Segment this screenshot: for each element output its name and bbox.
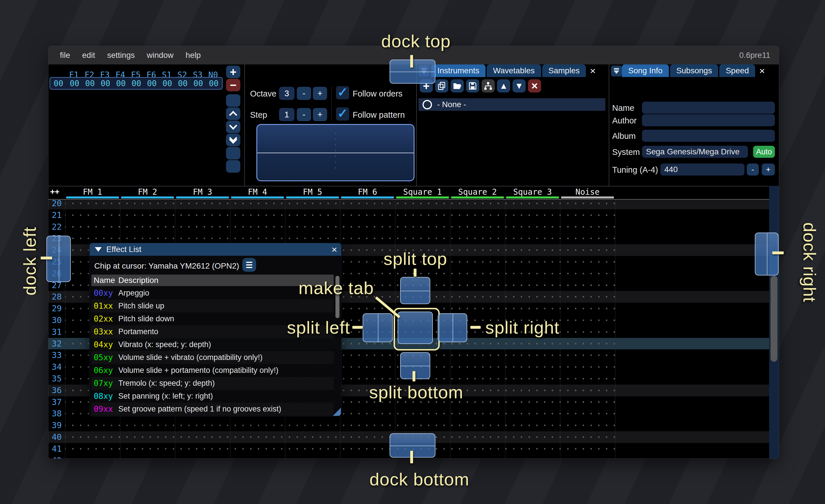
split-top-target[interactable] <box>400 277 430 304</box>
order-cell[interactable]: 00 <box>67 79 82 88</box>
channel-header-fm-4[interactable]: FM 4 <box>230 186 285 199</box>
instrument-list-item[interactable]: - None - <box>419 98 605 111</box>
row-cells[interactable] <box>65 209 616 221</box>
row-cells[interactable] <box>65 455 616 458</box>
remove-order-button[interactable]: − <box>226 79 240 91</box>
effect-row[interactable]: 08xySet panning (x: left; y: right) <box>91 390 334 403</box>
order-cell[interactable]: 00 <box>113 79 129 88</box>
step-value[interactable]: 1 <box>279 108 295 121</box>
effect-row[interactable]: 07xyTremolo (x: speed; y: depth) <box>91 377 334 390</box>
close-icon[interactable]: × <box>587 65 598 77</box>
order-row[interactable]: 0000000000000000000000 <box>50 77 223 90</box>
channel-header-square-1[interactable]: Square 1 <box>395 186 450 199</box>
tuning-plus-button[interactable]: + <box>762 164 775 176</box>
row-number: 39 <box>49 420 65 431</box>
add-channel-button[interactable]: ++ <box>50 187 60 196</box>
channel-header-noise[interactable]: Noise <box>560 186 615 199</box>
effect-row[interactable]: 05xyVolume slide + vibrato (compatibilit… <box>91 351 334 364</box>
deep-clone-button[interactable] <box>226 147 240 160</box>
octave-plus-button[interactable]: + <box>313 87 327 100</box>
duplicate-to-end-button[interactable] <box>226 134 240 146</box>
order-cell[interactable]: 00 <box>175 79 191 88</box>
asset-tab-wavetables[interactable]: Wavetables <box>487 65 541 77</box>
duplicate-order-button[interactable] <box>226 94 240 107</box>
step-minus-button[interactable]: - <box>297 108 311 121</box>
close-icon[interactable]: × <box>331 244 337 255</box>
move-instrument-up-button[interactable]: ▲ <box>497 79 510 92</box>
order-cell[interactable]: 00 <box>82 79 98 88</box>
window-list-icon[interactable] <box>611 66 622 76</box>
channel-header-square-2[interactable]: Square 2 <box>450 186 505 199</box>
order-cell[interactable]: 00 <box>129 79 144 88</box>
order-cell[interactable]: 00 <box>144 79 160 88</box>
organize-instruments-button[interactable] <box>481 79 495 92</box>
effect-row[interactable]: 00xyArpeggio <box>91 287 334 300</box>
dock-divider <box>453 314 453 342</box>
effect-row[interactable]: 06xyVolume slide + portamento (compatibi… <box>91 364 334 377</box>
order-cell[interactable]: 00 <box>206 79 221 88</box>
channel-header-fm-2[interactable]: FM 2 <box>120 186 175 199</box>
row-cells[interactable] <box>65 431 616 443</box>
effect-row[interactable]: 09xxSet groove pattern (speed 1 if no gr… <box>91 403 334 416</box>
menu-help[interactable]: help <box>181 49 205 62</box>
menu-settings[interactable]: settings <box>103 49 139 62</box>
effect-row[interactable]: 01xxPitch slide up <box>91 300 334 313</box>
album-field[interactable] <box>642 130 775 142</box>
scrollbar-thumb[interactable] <box>770 276 777 362</box>
open-instrument-button[interactable] <box>451 79 464 92</box>
collapse-icon[interactable] <box>95 247 102 252</box>
make-tab-target[interactable] <box>398 312 433 344</box>
menu-window[interactable]: window <box>143 49 177 62</box>
resize-grip-icon[interactable] <box>333 408 341 416</box>
move-order-down-button[interactable] <box>226 120 240 133</box>
row-cells[interactable] <box>65 443 616 455</box>
system-select[interactable]: Sega Genesis/Mega Drive <box>642 146 748 158</box>
pattern-row[interactable]: 21 <box>49 209 769 221</box>
channel-color-bar <box>231 196 284 198</box>
delete-instrument-button[interactable]: × <box>528 79 541 92</box>
follow-pattern-checkbox[interactable]: ✓ <box>336 107 349 120</box>
move-order-up-button[interactable] <box>226 107 240 120</box>
step-plus-button[interactable]: + <box>313 108 327 121</box>
effect-description: Set panning (x: left; y: right) <box>118 392 213 401</box>
author-field[interactable] <box>642 114 775 126</box>
order-cell[interactable]: 00 <box>191 79 206 88</box>
effect-list-titlebar[interactable]: Effect List × <box>90 243 341 256</box>
channel-header-fm-5[interactable]: FM 5 <box>285 186 340 199</box>
menu-file[interactable]: file <box>56 49 74 62</box>
add-order-button[interactable]: + <box>226 66 240 78</box>
song-tab-song-info[interactable]: Song Info <box>622 65 669 77</box>
row-cells[interactable] <box>65 221 616 233</box>
save-instrument-button[interactable] <box>466 79 479 92</box>
order-cell[interactable]: 00 <box>160 79 175 88</box>
close-icon[interactable]: × <box>756 65 768 77</box>
octave-value[interactable]: 3 <box>279 87 295 100</box>
name-field[interactable] <box>642 102 775 114</box>
channel-header-fm-6[interactable]: FM 6 <box>340 186 395 199</box>
auto-system-button[interactable]: Auto <box>753 146 775 158</box>
effect-row[interactable]: 04xyVibrato (x: speed; y: depth) <box>91 338 334 351</box>
channel-header-fm-3[interactable]: FM 3 <box>175 186 230 199</box>
channel-header-fm-1[interactable]: FM 1 <box>65 186 120 199</box>
pattern-row[interactable]: 39 <box>49 420 769 431</box>
order-change-mode-button[interactable] <box>226 160 240 173</box>
hamburger-menu-button[interactable] <box>242 258 256 272</box>
split-right-target[interactable] <box>438 313 467 342</box>
octave-minus-button[interactable]: - <box>297 87 311 100</box>
asset-tab-instruments[interactable]: Instruments <box>431 65 485 77</box>
split-left-target[interactable] <box>363 313 393 342</box>
channel-header-square-3[interactable]: Square 3 <box>505 186 560 199</box>
song-tab-speed[interactable]: Speed <box>719 65 755 77</box>
song-tab-subsongs[interactable]: Subsongs <box>670 65 719 77</box>
duplicate-instrument-button[interactable] <box>435 79 448 92</box>
menu-edit[interactable]: edit <box>78 49 99 62</box>
row-cells[interactable] <box>65 420 616 431</box>
follow-orders-checkbox[interactable]: ✓ <box>336 86 349 99</box>
move-instrument-down-button[interactable]: ▼ <box>513 79 526 92</box>
pattern-scrollbar[interactable] <box>769 186 779 458</box>
asset-tab-samples[interactable]: Samples <box>542 65 586 77</box>
order-cell[interactable]: 00 <box>98 79 113 88</box>
pattern-row[interactable]: 22 <box>49 221 769 233</box>
tuning-minus-button[interactable]: - <box>747 164 759 176</box>
tuning-field[interactable]: 440 <box>660 164 745 176</box>
